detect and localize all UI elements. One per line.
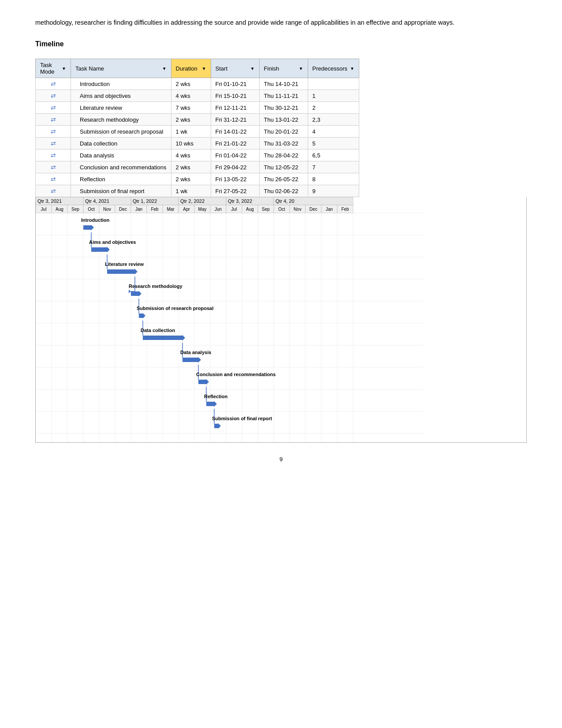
svg-text:Jul: Jul [41, 207, 47, 212]
task-mode-icon: ⇄ [51, 104, 56, 111]
svg-text:Sep: Sep [262, 207, 270, 212]
task-mode-cell: ⇄ [36, 185, 71, 197]
task-predecessors-cell: 8 [308, 173, 359, 185]
col-header-task-name[interactable]: Task Name ▼ [71, 59, 171, 78]
task-mode-cell: ⇄ [36, 90, 71, 102]
task-duration-cell: 1 wk [171, 126, 211, 138]
gantt-chart: Qtr 3, 2021Qtr 4, 2021Qtr 1, 2022Qtr 2, … [35, 197, 527, 443]
task-predecessors-cell [308, 78, 359, 90]
task-name-cell: Data collection [71, 138, 171, 149]
task-predecessors-cell: 2 [308, 102, 359, 114]
svg-text:Aims and objectives: Aims and objectives [89, 239, 136, 245]
svg-text:Submission of final report: Submission of final report [212, 416, 272, 421]
svg-text:Mar: Mar [167, 207, 175, 212]
sort-icon-start[interactable]: ▼ [250, 66, 255, 71]
svg-text:Feb: Feb [151, 207, 159, 212]
sort-icon-predecessors[interactable]: ▼ [350, 66, 354, 71]
task-duration-cell: 1 wk [171, 185, 211, 197]
svg-text:Reflection: Reflection [204, 394, 227, 399]
task-start-cell: Fri 27-05-22 [211, 185, 259, 197]
svg-text:Aug: Aug [246, 207, 254, 212]
task-mode-cell: ⇄ [36, 149, 71, 161]
task-finish-cell: Thu 31-03-22 [259, 138, 308, 149]
task-finish-cell: Thu 02-06-22 [259, 185, 308, 197]
table-row: ⇄Submission of research proposal1 wkFri … [36, 126, 359, 138]
table-row: ⇄Conclusion and recommendations2 wksFri … [36, 161, 359, 173]
svg-text:Qtr 3, 2021: Qtr 3, 2021 [37, 198, 62, 204]
task-start-cell: Fri 14-01-22 [211, 126, 259, 138]
task-duration-cell: 2 wks [171, 78, 211, 90]
task-duration-cell: 2 wks [171, 173, 211, 185]
sort-icon-duration[interactable]: ▼ [202, 66, 206, 71]
svg-text:Jul: Jul [231, 207, 237, 212]
task-finish-cell: Thu 11-11-21 [259, 90, 308, 102]
svg-text:Introduction: Introduction [81, 217, 109, 223]
svg-rect-94 [107, 269, 135, 274]
svg-text:Qtr 2, 2022: Qtr 2, 2022 [180, 198, 205, 204]
task-mode-icon: ⇄ [51, 80, 56, 87]
task-name-cell: Research methodology [71, 114, 171, 126]
col-header-start[interactable]: Start ▼ [211, 59, 259, 78]
task-predecessors-cell: 2,3 [308, 114, 359, 126]
task-start-cell: Fri 31-12-21 [211, 114, 259, 126]
svg-text:May: May [198, 207, 207, 212]
task-start-cell: Fri 13-05-22 [211, 173, 259, 185]
task-predecessors-cell: 1 [308, 90, 359, 102]
task-finish-cell: Thu 14-10-21 [259, 78, 308, 90]
svg-text:Dec: Dec [309, 207, 317, 212]
task-start-cell: Fri 15-10-21 [211, 90, 259, 102]
task-mode-cell: ⇄ [36, 173, 71, 185]
table-row: ⇄Literature review7 wksFri 12-11-21Thu 3… [36, 102, 359, 114]
svg-text:Feb: Feb [341, 207, 349, 212]
task-duration-cell: 7 wks [171, 102, 211, 114]
svg-text:Qtr 1, 2022: Qtr 1, 2022 [133, 198, 157, 204]
sort-icon-task-mode[interactable]: ▼ [62, 66, 66, 71]
table-row: ⇄Data collection10 wksFri 21-01-22Thu 31… [36, 138, 359, 149]
task-mode-icon: ⇄ [51, 116, 56, 123]
task-mode-cell: ⇄ [36, 78, 71, 90]
col-header-duration[interactable]: Duration ▼ [171, 59, 211, 78]
table-row: ⇄Data analysis4 wksFri 01-04-22Thu 28-04… [36, 149, 359, 161]
task-mode-icon: ⇄ [51, 140, 56, 147]
task-start-cell: Fri 29-04-22 [211, 161, 259, 173]
svg-text:Jan: Jan [135, 207, 142, 212]
svg-text:Data collection: Data collection [141, 328, 175, 333]
task-mode-icon: ⇄ [51, 128, 56, 135]
svg-text:Conclusion and recommendations: Conclusion and recommendations [196, 372, 275, 377]
page-number: 9 [35, 456, 527, 463]
task-duration-cell: 2 wks [171, 114, 211, 126]
table-row: ⇄Research methodology2 wksFri 31-12-21Th… [36, 114, 359, 126]
task-mode-cell: ⇄ [36, 161, 71, 173]
col-header-task-mode[interactable]: TaskMode ▼ [36, 59, 71, 78]
svg-text:Jun: Jun [215, 207, 222, 212]
task-finish-cell: Thu 20-01-22 [259, 126, 308, 138]
svg-rect-108 [143, 336, 182, 340]
svg-text:Nov: Nov [103, 207, 111, 212]
task-finish-cell: Thu 13-01-22 [259, 114, 308, 126]
task-name-cell: Introduction [71, 78, 171, 90]
task-predecessors-cell: 9 [308, 185, 359, 197]
svg-text:Literature review: Literature review [105, 261, 144, 267]
sort-icon-task-name[interactable]: ▼ [162, 66, 167, 71]
task-duration-cell: 2 wks [171, 161, 211, 173]
task-mode-icon: ⇄ [51, 92, 56, 99]
task-predecessors-cell: 4 [308, 126, 359, 138]
col-header-predecessors[interactable]: Predecessors ▼ [308, 59, 359, 78]
task-mode-cell: ⇄ [36, 102, 71, 114]
task-finish-cell: Thu 30-12-21 [259, 102, 308, 114]
svg-text:Oct: Oct [88, 207, 95, 212]
task-predecessors-cell: 6,5 [308, 149, 359, 161]
intro-paragraph: methodology, researcher is finding diffi… [35, 18, 527, 28]
svg-text:Apr: Apr [183, 207, 190, 212]
svg-text:Submission of research proposa: Submission of research proposal [137, 306, 213, 311]
task-name-cell: Reflection [71, 173, 171, 185]
col-header-finish[interactable]: Finish ▼ [259, 59, 308, 78]
task-name-cell: Submission of research proposal [71, 126, 171, 138]
table-row: ⇄Submission of final report1 wkFri 27-05… [36, 185, 359, 197]
task-start-cell: Fri 01-04-22 [211, 149, 259, 161]
task-finish-cell: Thu 26-05-22 [259, 173, 308, 185]
task-duration-cell: 10 wks [171, 138, 211, 149]
sort-icon-finish[interactable]: ▼ [299, 66, 303, 71]
svg-text:Qtr 4, 2021: Qtr 4, 2021 [85, 198, 109, 204]
task-mode-icon: ⇄ [51, 187, 56, 194]
